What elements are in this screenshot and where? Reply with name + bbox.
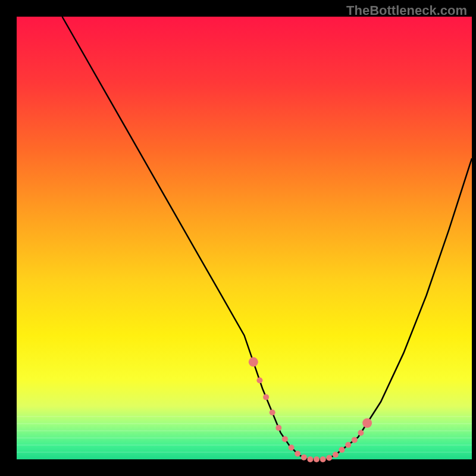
chart-gradient-bg bbox=[17, 17, 472, 459]
svg-point-10 bbox=[270, 409, 275, 415]
svg-point-14 bbox=[295, 451, 300, 457]
svg-point-8 bbox=[256, 377, 262, 383]
svg-point-18 bbox=[320, 456, 326, 462]
svg-point-11 bbox=[275, 425, 281, 431]
svg-point-9 bbox=[263, 394, 269, 400]
svg-point-6 bbox=[249, 357, 258, 367]
svg-point-19 bbox=[326, 455, 332, 461]
svg-point-20 bbox=[333, 452, 339, 458]
watermark-label: TheBottleneck.com bbox=[346, 3, 467, 18]
chart-svg bbox=[0, 0, 476, 476]
svg-point-17 bbox=[314, 456, 320, 462]
svg-point-15 bbox=[301, 455, 307, 461]
svg-point-7 bbox=[362, 418, 372, 428]
svg-point-16 bbox=[307, 456, 313, 462]
bottleneck-chart bbox=[0, 0, 476, 476]
svg-point-12 bbox=[282, 436, 288, 442]
svg-point-23 bbox=[352, 437, 358, 443]
svg-point-24 bbox=[358, 430, 364, 436]
svg-point-21 bbox=[339, 447, 345, 453]
svg-point-22 bbox=[345, 442, 351, 448]
svg-point-13 bbox=[289, 444, 295, 450]
